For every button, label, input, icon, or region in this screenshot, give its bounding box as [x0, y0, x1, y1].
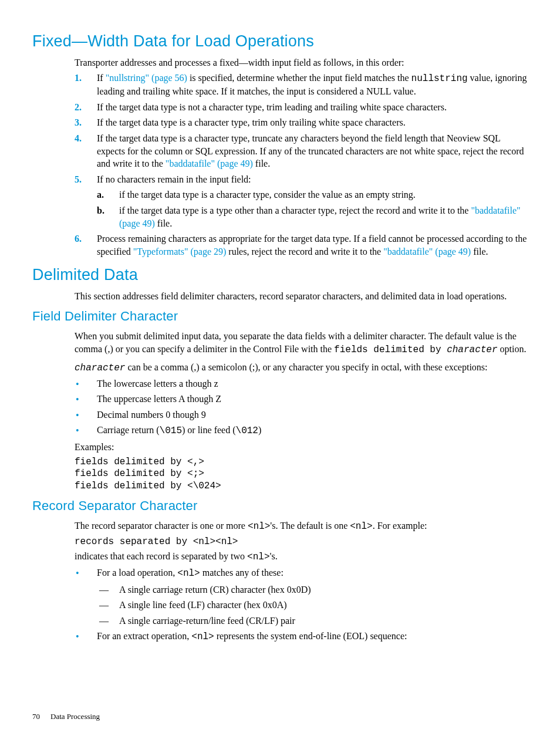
text: 's. The default is one: [270, 521, 350, 531]
code-block: records separated by <nl><nl>: [75, 536, 528, 548]
heading-delimited: Delimited Data: [32, 266, 528, 284]
bulleted-list: • For a load operation, <nl> matches any…: [75, 566, 528, 644]
list-item: • For an extract operation, <nl> represe…: [75, 630, 528, 644]
list-marker: 4.: [75, 132, 82, 145]
text: 's.: [270, 551, 278, 561]
dashed-list: —A single carriage return (CR) character…: [97, 583, 528, 627]
text: A single carriage return (CR) character …: [119, 585, 311, 595]
bullet-icon: •: [76, 409, 79, 422]
text: file.: [253, 158, 270, 168]
heading-fixed-width: Fixed—Width Data for Load Operations: [32, 32, 528, 50]
alpha-list: a. if the target data type is a characte…: [97, 188, 528, 229]
text: is specified, determine whether the inpu…: [187, 73, 411, 83]
code-inline-italic: character: [447, 345, 497, 355]
bullet-icon: •: [76, 393, 79, 406]
text: Carriage return (: [97, 425, 160, 435]
list-item: •The lowercase letters a though z: [75, 377, 528, 390]
paragraph: This section addresses field delimiter c…: [75, 290, 528, 303]
heading-field-delimiter: Field Delimiter Character: [32, 309, 528, 324]
code-inline: nullstring: [411, 73, 468, 84]
dash-icon: —: [99, 615, 109, 627]
dash-icon: —: [99, 583, 109, 596]
text: For an extract operation,: [97, 631, 191, 641]
list-item: —A single carriage-return/line feed (CR/…: [97, 615, 528, 627]
bullet-icon: •: [76, 630, 79, 643]
text: Decimal numbers 0 though 9: [97, 410, 206, 420]
text: The uppercase letters A though Z: [97, 394, 221, 404]
code-inline: <nl>: [247, 552, 269, 562]
paragraph: When you submit delimited input data, yo…: [75, 330, 528, 356]
section-name: Data Processing: [50, 712, 100, 721]
code-inline: <nl>: [248, 521, 270, 532]
paragraph: The record separator character is one or…: [75, 519, 528, 534]
link-typeformats[interactable]: "Typeformats" (page 29): [133, 247, 227, 256]
text: If: [97, 73, 106, 83]
text: A single carriage-return/line feed (CR/L…: [119, 616, 295, 626]
code-inline: <nl>: [177, 568, 200, 579]
list-item: 2. If the target data type is not a char…: [75, 101, 528, 114]
paragraph: indicates that each record is separated …: [75, 550, 528, 564]
text: represents the system end-of-line (EOL) …: [214, 631, 407, 641]
paragraph: Examples:: [75, 441, 528, 454]
list-item: 6. Process remaining characters as appro…: [75, 232, 528, 258]
text: For a load operation,: [97, 568, 177, 578]
list-item: •Carriage return (\015) or line feed (\0…: [75, 424, 528, 438]
link-baddatafile[interactable]: "baddatafile" (page 49): [166, 158, 253, 168]
list-item: •The uppercase letters A though Z: [75, 393, 528, 406]
text: indicates that each record is separated …: [75, 551, 247, 561]
code-block: fields delimited by <,> fields delimited…: [75, 456, 528, 492]
list-marker: 6.: [75, 232, 82, 245]
list-item: •Decimal numbers 0 though 9: [75, 409, 528, 421]
text: The record separator character is one or…: [75, 521, 248, 531]
code-inline: <nl>: [350, 521, 372, 532]
text: A single line feed (LF) character (hex 0…: [119, 600, 287, 610]
list-item: • For a load operation, <nl> matches any…: [75, 566, 528, 627]
text: rules, reject the record and write it to…: [226, 247, 383, 256]
bulleted-list: •The lowercase letters a though z •The u…: [75, 377, 528, 438]
text: If the target data type is not a charact…: [97, 102, 447, 112]
text: if the target data type is a character t…: [119, 190, 416, 200]
text: If the target data type is a character t…: [97, 117, 406, 127]
bullet-icon: •: [76, 378, 79, 391]
paragraph: character can be a comma (,) a semicolon…: [75, 361, 528, 375]
list-marker: 2.: [75, 101, 82, 114]
list-marker: 3.: [75, 116, 82, 129]
text: can be a comma (,) a semicolon (;), or a…: [125, 362, 487, 372]
list-marker: 1.: [75, 72, 82, 85]
code-inline: \015: [160, 426, 182, 436]
text: file.: [155, 218, 172, 228]
numbered-list: 1. If "nullstring" (page 56) is specifie…: [75, 72, 528, 258]
list-marker: b.: [97, 204, 104, 217]
list-item: b. if the target data type is a type oth…: [97, 204, 528, 229]
intro-paragraph: Transporter addresses and processes a fi…: [75, 56, 528, 69]
text: The lowercase letters a though z: [97, 379, 218, 389]
text: if the target data type is a type other …: [119, 205, 471, 215]
list-item: —A single carriage return (CR) character…: [97, 583, 528, 596]
list-item: 1. If "nullstring" (page 56) is specifie…: [75, 72, 528, 98]
link-baddatafile[interactable]: "baddatafile" (page 49): [383, 247, 471, 256]
list-item: 5. If no characters remain in the input …: [75, 173, 528, 229]
bullet-icon: •: [76, 424, 79, 437]
heading-record-separator: Record Separator Character: [32, 498, 528, 514]
list-item: 4. If the target data type is a characte…: [75, 132, 528, 170]
code-inline-italic: character: [75, 363, 125, 373]
page-footer: 70Data Processing: [32, 712, 100, 721]
page-number: 70: [32, 712, 40, 721]
text: matches any of these:: [200, 568, 284, 578]
code-inline: \012: [236, 426, 258, 436]
text: . For example:: [373, 521, 427, 531]
code-inline: fields delimited by: [334, 345, 447, 355]
list-marker: 5.: [75, 173, 82, 186]
list-marker: a.: [97, 188, 104, 201]
list-item: —A single line feed (LF) character (hex …: [97, 599, 528, 612]
link-nullstring[interactable]: "nullstring" (page 56): [106, 73, 187, 83]
code-inline: <nl>: [191, 632, 214, 642]
text: ): [258, 425, 261, 435]
text: option.: [498, 344, 527, 354]
list-item: 3. If the target data type is a characte…: [75, 116, 528, 129]
text: If the target data type is a character t…: [97, 133, 524, 168]
text: If no characters remain in the input fie…: [97, 174, 251, 184]
bullet-icon: •: [76, 567, 79, 580]
list-item: a. if the target data type is a characte…: [97, 188, 528, 201]
dash-icon: —: [99, 599, 109, 612]
